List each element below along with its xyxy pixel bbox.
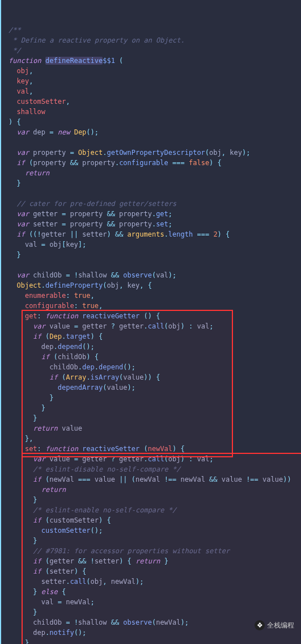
code-line: shallow <box>6 107 295 117</box>
code-line: } <box>6 638 295 644</box>
code-token: call <box>148 322 164 330</box>
code-line: childOb.dep.depend(); <box>6 362 295 372</box>
code-token: , <box>139 281 143 289</box>
code-token: // cater for pre-defined getter/setters <box>16 200 176 208</box>
code-token: if <box>33 557 41 565</box>
code-token: . <box>143 455 147 463</box>
code-line: } else { <box>6 587 295 597</box>
code-token: (( <box>29 230 37 238</box>
code-line: get: function reactiveGetter () { <box>6 311 295 321</box>
code-token: ) <box>181 455 185 463</box>
code-token <box>9 639 25 644</box>
code-token <box>176 445 180 453</box>
code-token <box>9 373 49 381</box>
code-token <box>9 332 33 340</box>
code-line: } <box>6 607 295 617</box>
code-token: { <box>226 230 230 238</box>
code-token: = <box>58 598 62 606</box>
code-token: value <box>58 424 82 432</box>
code-token: else <box>41 588 58 596</box>
code-token: if <box>16 159 24 167</box>
code-token: set <box>25 445 37 453</box>
code-token <box>70 618 74 626</box>
code-token: get <box>25 312 37 320</box>
code-line: } <box>6 178 295 188</box>
code-token: val <box>16 87 29 95</box>
code-token: get <box>156 210 168 218</box>
code-token: } <box>33 414 37 422</box>
code-token: var <box>33 455 45 463</box>
code-token <box>9 547 33 555</box>
code-token: return <box>41 486 66 494</box>
code-token: !== <box>246 475 258 483</box>
code-token: configurable <box>119 159 168 167</box>
code-token: dep <box>9 343 53 351</box>
code-token: = <box>41 241 45 249</box>
code-token <box>9 404 41 412</box>
code-token <box>123 557 127 565</box>
code-token: ( <box>164 322 168 330</box>
code-token <box>9 200 16 208</box>
code-token <box>9 67 16 75</box>
code-token: length <box>168 230 193 238</box>
code-token <box>70 292 74 300</box>
watermark-text: 全栈编程 <box>267 620 294 630</box>
code-token: property <box>33 159 70 167</box>
code-token: { <box>148 281 152 289</box>
code-token: , <box>222 149 226 157</box>
code-token <box>9 77 16 85</box>
code-token <box>9 169 25 177</box>
code-token: ; <box>168 210 172 218</box>
code-token: , <box>99 302 103 310</box>
code-token: getter <box>49 557 78 565</box>
code-line: // cater for pre-defined getter/setters <box>6 199 295 209</box>
code-token: shallow <box>78 618 111 626</box>
code-token: && <box>107 210 115 218</box>
code-token: childOb <box>58 353 87 361</box>
code-line: } <box>6 250 295 260</box>
code-token: Object <box>78 149 103 157</box>
code-token: depend <box>99 363 123 371</box>
code-token: (); <box>74 629 87 637</box>
code-token <box>9 414 33 422</box>
code-token <box>9 445 25 453</box>
code-line: Object.defineProperty(obj, key, { <box>6 280 295 291</box>
code-token: val <box>193 322 209 330</box>
code-token: ? <box>111 322 115 330</box>
code-token <box>9 435 25 443</box>
code-token: isArray <box>91 373 120 381</box>
code-token: defineReactive <box>45 57 103 65</box>
code-token: new <box>58 128 70 136</box>
code-token <box>9 210 16 218</box>
code-token: { <box>156 312 160 320</box>
code-token <box>41 557 45 565</box>
code-line: val = newVal; <box>6 597 295 607</box>
code-token: , <box>29 77 33 85</box>
code-token: customSetter <box>41 527 91 534</box>
code-token: return <box>135 557 160 565</box>
code-token: ) <box>91 332 95 340</box>
code-token <box>185 159 189 167</box>
watermark: ❖ 全栈编程 <box>255 620 294 630</box>
code-token: depend <box>58 343 82 351</box>
code-token: false <box>189 159 209 167</box>
code-token: ! <box>74 271 78 279</box>
code-token: if <box>33 516 41 524</box>
code-token: configurable <box>25 302 74 310</box>
code-token: property <box>115 210 152 218</box>
code-token <box>9 567 33 575</box>
code-token <box>41 57 45 65</box>
code-token: dep <box>29 128 49 136</box>
code-token: { <box>99 332 103 340</box>
code-line: var value = getter ? getter.call(obj) : … <box>6 321 295 331</box>
code-token: childOb <box>9 363 78 371</box>
code-line: if (property && property.configurable ==… <box>6 158 295 168</box>
code-line <box>6 188 295 199</box>
code-token <box>111 230 115 238</box>
code-token <box>128 475 132 483</box>
code-token: )) <box>283 475 291 483</box>
code-token: || <box>70 230 78 238</box>
code-token: ]; <box>78 241 86 249</box>
code-token: , <box>66 98 70 106</box>
code-token: ); <box>135 578 143 586</box>
